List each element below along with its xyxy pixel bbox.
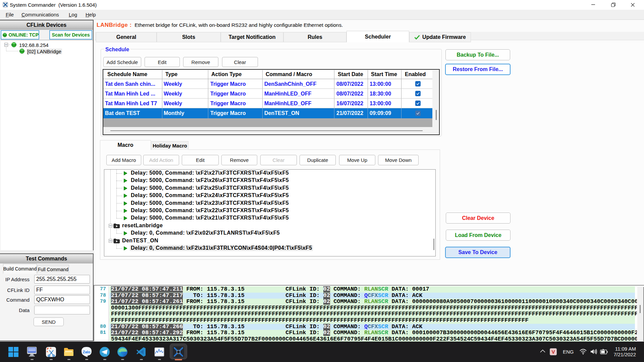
svg-text:Zalo: Zalo: [83, 350, 91, 354]
